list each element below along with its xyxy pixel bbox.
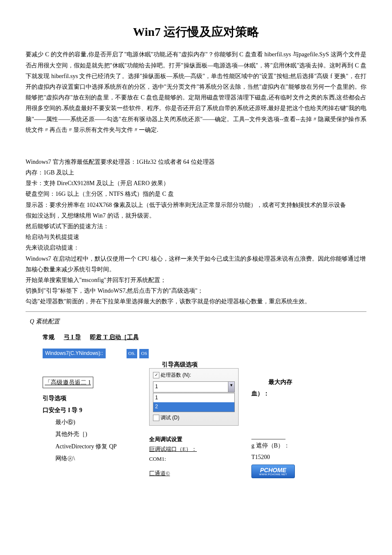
chevron-down-icon[interactable]: ▼ <box>228 382 234 392</box>
step-msconfig: 开始菜单搜索里输入"msconfig"并回车打开系统配置； <box>26 275 366 285</box>
os-badge-2: OS <box>139 349 149 358</box>
max-memory-label: 最大内存 <box>268 377 328 387</box>
divider <box>26 311 366 312</box>
right-column: 最大内存 血）： g 遮停（B）： T15200 PCHOME WWW.PCHO… <box>251 377 328 479</box>
safe-boot-adrepair[interactable]: ActiveDirectory 修复 QP <box>55 441 136 452</box>
dropdown-option-1[interactable]: 1 <box>153 393 234 403</box>
processor-count-label: 处理器数 (N): <box>161 371 191 380</box>
dropdown-list: 1 2 <box>153 393 235 412</box>
global-debug-label: 全局调试设置 <box>149 434 239 444</box>
boot-speedup-label: 先来说说启动提速： <box>26 242 366 253</box>
safe-boot-network[interactable]: 网络㊋\ <box>55 453 136 464</box>
safe-boot-altshell[interactable]: 其他外壳［) <box>55 429 136 439</box>
safe-boot-checkbox[interactable]: 口安全弓 I 导 9 <box>43 405 136 416</box>
baud-rate-label: g 遮停（B）： <box>251 440 328 451</box>
pchome-logo: PCHOME WWW.PCHOME.NET <box>251 465 295 478</box>
os-badge-1: OS. <box>127 349 137 358</box>
tab-startup-tools[interactable]: 即君 T 启动［工具 <box>90 334 138 340</box>
dropdown-option-2[interactable]: 2 <box>153 402 234 412</box>
processor-column: ✓ 处理器数 (N): 1 ▼ 1 2 调试 (D) 全局调试设置 巨 <box>149 377 239 479</box>
safe-boot-minimal[interactable]: 最小⑥) <box>55 417 136 427</box>
page-title: Win7 运行慢及应对策略 <box>26 21 366 43</box>
step-proc-count: 勾选"处理器数"前面的，并在下拉菜单里选择最大的数字，该数字就是你的处理器核心数… <box>26 296 366 307</box>
boot-explain: Windows7 在启动过程中，默认仅使用一个 CPU 核心，这样一来关于如今已… <box>26 253 366 275</box>
spec-upgrade-note: 假如没达到，又想继续用 Win7 的话，就升级罢。 <box>26 210 366 221</box>
boot-entry-selected[interactable]: Windows7(C.YNindows):: <box>43 349 106 359</box>
processor-count-checkbox[interactable]: ✓ <box>153 372 159 378</box>
sysconfig-tabs: 常规 弓 I 导 即君 T 启动［工具 <box>43 332 366 343</box>
processor-count-dropdown[interactable]: 1 ▼ <box>153 381 235 392</box>
debug-port-value: COM1: <box>149 454 239 464</box>
spec-processor: Windows7 官方推荐最低配置要求处理器：1GHz32 位或者者 64 位处… <box>26 157 366 167</box>
debug-label: 调试 (D) <box>161 413 179 423</box>
processor-count-box: ✓ 处理器数 (N): 1 ▼ 1 2 调试 (D) <box>149 368 239 426</box>
spec-disk: 硬盘空间：16G 以上（主分区，NTFS 格式）指的是 C 盘 <box>26 189 366 199</box>
intro-paragraph: 要减少 C 的文件的容量,你是否开启了"电源休眠"功能,还有"虚拟内存"？你能够… <box>26 49 366 135</box>
spec-gpu: 显卡：支持 DireCtX9128M 及以上（开启 AERO 效果） <box>26 178 366 189</box>
debug-port-label: 巨调试端口（E）： <box>149 444 239 454</box>
step-boot-tab: 切换到"引导"标签下，选中 WindoWS7,然后点击下方的"高级选项"； <box>26 285 366 296</box>
spec-display: 显示器：要求分辨率在 1024X768 像素及以上（低于该分辨率则无法正常显示部… <box>26 200 366 210</box>
dropdown-selected: 1 <box>155 382 158 392</box>
sysconfig-panel: Q 紊统配置 常规 弓 I 导 即君 T 启动［工具 Windows7(C.YN… <box>26 316 366 479</box>
speedup-intro: 然后能够试试下面的提速方法： <box>26 221 366 232</box>
divider-line <box>251 439 285 439</box>
pchome-logo-text: PCHOME <box>260 467 286 473</box>
debug-checkbox[interactable] <box>153 415 159 421</box>
boot-options-label: 引导选项 <box>43 393 136 404</box>
advanced-options-button[interactable]: 「高级邀员逅二 1 <box>43 377 93 388</box>
speedup-title: 给启动与关机提提速 <box>26 232 366 242</box>
channel-label: 匚通道© <box>149 468 239 478</box>
tab-boot[interactable]: 弓 I 导 <box>64 334 81 340</box>
baud-rate-value: T15200 <box>251 452 328 462</box>
sysconfig-window-title: Q 紊统配置 <box>30 316 366 327</box>
max-memory-sub: 血）： <box>251 388 328 399</box>
tab-general[interactable]: 常规 <box>43 334 55 340</box>
pchome-logo-url: WWW.PCHOME.NET <box>259 473 287 476</box>
boot-options-column: 「高级邀员逅二 1 引导选项 口安全弓 I 导 9 最小⑥) 其他外壳［) Ac… <box>43 377 136 479</box>
spec-memory: 内存：1GB 及以上 <box>26 167 366 178</box>
